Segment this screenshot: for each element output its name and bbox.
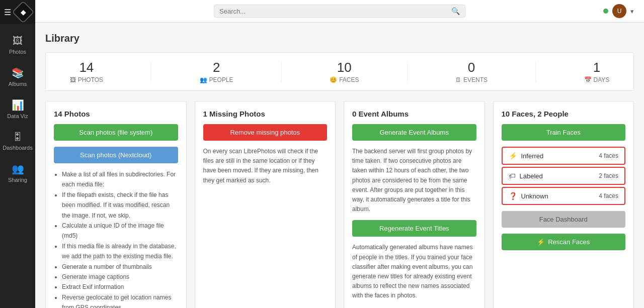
events-stat-icon: 🗓	[455, 76, 461, 83]
bullet-item: Generate a number of thumbnails	[62, 262, 178, 272]
events-label: 🗓 EVENTS	[455, 76, 488, 83]
search-icon[interactable]: 🔍	[451, 7, 460, 15]
sharing-icon: 👥	[12, 163, 24, 175]
bullet-item: Make a list of all files in subdirectori…	[62, 169, 178, 190]
bullet-item: Calculate a unique ID of the image file …	[62, 221, 178, 241]
photos-card: 14 Photos Scan photos (file system) Scan…	[45, 101, 187, 308]
bullet-item: Reverse geolocate to get location names …	[62, 292, 178, 308]
face-items-list: ⚡ Inferred 4 faces 🏷 Labeled 2 faces	[502, 147, 626, 205]
train-faces-button[interactable]: Train Faces	[502, 124, 626, 141]
sidebar-item-albums[interactable]: 📚 Albums	[0, 61, 35, 93]
generate-events-button[interactable]: Generate Event Albums	[352, 124, 476, 141]
face-item-left: ⚡ Inferred	[509, 152, 544, 160]
face-item-inferred[interactable]: ⚡ Inferred 4 faces	[502, 147, 626, 165]
stat-divider	[281, 62, 282, 82]
stat-people: 2 👥 PEOPLE	[200, 60, 233, 83]
people-stat-icon: 👥	[200, 76, 207, 83]
photos-label: 🖼 PHOTOS	[70, 76, 103, 83]
events-card-title: 0 Event Albums	[352, 110, 476, 118]
page-title: Library	[45, 33, 634, 44]
bullet-item: If the filepath exists, check if the fil…	[62, 190, 178, 221]
rescan-faces-button[interactable]: ⚡ Rescan Faces	[502, 234, 626, 250]
sidebar: ☰ ◆ 🖼 Photos 📚 Albums 📊 Data Viz 🎛 Dashb…	[0, 0, 35, 308]
labeled-label: Labeled	[520, 172, 543, 180]
tag-icon: 🏷	[509, 172, 516, 180]
photos-icon: 🖼	[13, 35, 23, 47]
search-input[interactable]	[219, 8, 451, 15]
unknown-label: Unknown	[521, 192, 548, 200]
hamburger-icon[interactable]: ☰	[4, 8, 11, 17]
face-item-unknown[interactable]: ❓ Unknown 4 faces	[502, 187, 626, 205]
bullet-item: If this media file is already in the dat…	[62, 241, 178, 262]
sidebar-nav: 🖼 Photos 📚 Albums 📊 Data Viz 🎛 Dashboard…	[0, 24, 35, 189]
events-count: 0	[468, 60, 475, 75]
missing-photos-card: 1 Missing Photos Remove missing photos O…	[195, 101, 336, 308]
sidebar-header: ☰ ◆	[0, 0, 35, 24]
events-card: 0 Event Albums Generate Event Albums The…	[344, 101, 485, 308]
sidebar-item-dataviz[interactable]: 📊 Data Viz	[0, 93, 35, 125]
app-logo: ◆	[12, 1, 34, 23]
days-stat-icon: 📅	[584, 76, 592, 83]
faces-card: 10 Faces, 2 People Train Faces ⚡ Inferre…	[493, 101, 634, 308]
main-container: 🔍 U ▾ Library 14 🖼 PHOTOS 2	[35, 0, 644, 308]
dashboards-icon: 🎛	[13, 131, 23, 143]
sidebar-item-label: Sharing	[8, 177, 27, 183]
stats-row: 14 🖼 PHOTOS 2 👥 PEOPLE 10 😊 FACES	[45, 52, 634, 91]
stat-divider	[535, 62, 536, 82]
people-count: 2	[213, 60, 220, 75]
photos-card-title: 14 Photos	[54, 110, 178, 118]
albums-icon: 📚	[12, 67, 24, 79]
photos-count: 14	[79, 60, 94, 75]
stat-events: 0 🗓 EVENTS	[455, 60, 488, 83]
avatar-initial: U	[617, 8, 622, 15]
inferred-count: 4 faces	[599, 152, 618, 159]
content-area: Library 14 🖼 PHOTOS 2 👥 PEOPLE 10	[35, 23, 644, 308]
chevron-down-icon[interactable]: ▾	[630, 8, 634, 15]
sidebar-item-label: Dashboards	[3, 145, 32, 151]
stat-divider	[151, 62, 151, 82]
faces-stat-icon: 😊	[330, 76, 337, 83]
days-count: 1	[593, 60, 600, 75]
face-dashboard-button[interactable]: Face Dashboard	[502, 211, 626, 228]
status-indicator	[603, 9, 608, 14]
topbar: 🔍 U ▾	[35, 0, 644, 23]
labeled-count: 2 faces	[599, 172, 618, 179]
scan-nc-button[interactable]: Scan photos (Nextcloud)	[54, 147, 178, 163]
sidebar-item-label: Data Viz	[7, 113, 28, 119]
lightning2-icon: ⚡	[537, 238, 545, 246]
regenerate-titles-button[interactable]: Regenerate Event Titles	[352, 220, 476, 237]
face-item-left: ❓ Unknown	[509, 192, 548, 200]
logo-diamond: ◆	[21, 8, 26, 16]
stat-photos: 14 🖼 PHOTOS	[70, 60, 103, 83]
events-desc-top: The backend server will first group phot…	[352, 147, 476, 214]
faces-label: 😊 FACES	[330, 76, 359, 83]
avatar[interactable]: U	[612, 4, 626, 18]
stat-faces: 10 😊 FACES	[330, 60, 359, 83]
stat-days: 1 📅 DAYS	[584, 60, 610, 83]
people-label: 👥 PEOPLE	[200, 76, 233, 83]
remove-missing-button[interactable]: Remove missing photos	[203, 124, 328, 141]
lightning-icon: ⚡	[509, 152, 517, 160]
faces-count: 10	[337, 60, 352, 75]
scan-fs-button[interactable]: Scan photos (file system)	[54, 124, 178, 141]
events-desc-bottom: Automatically generated albums have name…	[352, 243, 476, 300]
bullet-item: Generate image captions	[62, 272, 178, 282]
stat-divider	[407, 62, 408, 82]
sidebar-item-dashboards[interactable]: 🎛 Dashboards	[0, 125, 35, 157]
missing-card-title: 1 Missing Photos	[203, 110, 328, 118]
photos-stat-icon: 🖼	[70, 76, 76, 83]
question-icon: ❓	[509, 192, 517, 200]
sidebar-item-sharing[interactable]: 👥 Sharing	[0, 157, 35, 189]
dataviz-icon: 📊	[12, 99, 24, 111]
face-item-left: 🏷 Labeled	[509, 172, 543, 180]
search-container: 🔍	[214, 5, 465, 18]
missing-desc: On every scan LibrePhotos will check if …	[203, 147, 328, 185]
days-label: 📅 DAYS	[584, 76, 610, 83]
faces-card-title: 10 Faces, 2 People	[502, 110, 626, 118]
inferred-label: Inferred	[521, 152, 544, 160]
topbar-right: U ▾	[603, 4, 634, 18]
sidebar-item-label: Albums	[9, 81, 27, 87]
bullet-item: Extract Exif information	[62, 282, 178, 292]
sidebar-item-photos[interactable]: 🖼 Photos	[0, 29, 35, 61]
face-item-labeled[interactable]: 🏷 Labeled 2 faces	[502, 167, 626, 185]
